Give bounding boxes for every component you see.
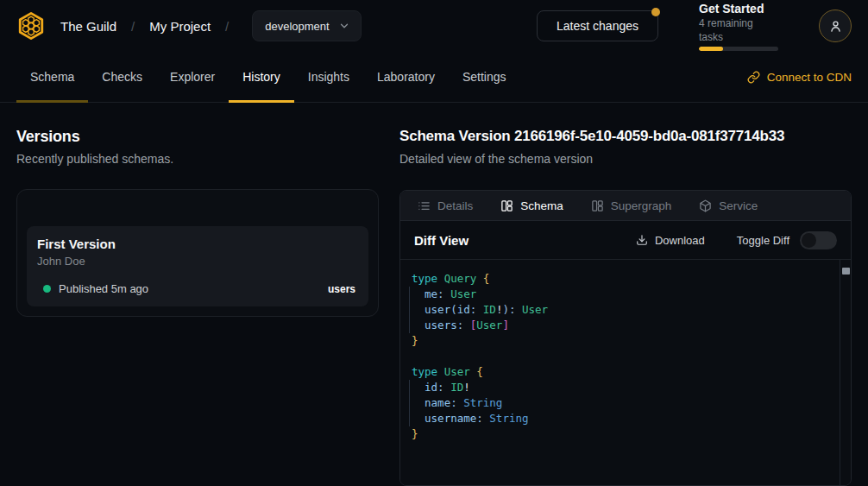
schema-version-title: Schema Version 2166196f-5e10-4059-bd0a-0… [399,126,852,147]
detail-tab-schema[interactable]: Schema [500,199,563,212]
version-status-row: Published 5m ago users [37,282,357,295]
nav-tab-insights[interactable]: Insights [294,52,363,102]
nav-tab-history[interactable]: History [229,52,294,102]
app-root: The Guild / My Project / development Lat… [0,0,868,486]
vertical-scrollbar[interactable] [840,260,851,485]
switch-knob [802,233,816,248]
code-line: type User { [412,364,828,380]
org-name[interactable]: The Guild [60,19,116,34]
main-nav: SchemaChecksExplorerHistoryInsightsLabor… [0,52,868,103]
tab-label: Service [719,199,758,212]
schema-version-subtitle: Detailed view of the schema version [399,150,852,167]
cube-icon [699,199,712,212]
versions-list: First Version John Doe Published 5m ago … [16,189,379,317]
avatar[interactable] [819,9,852,42]
nav-tab-settings[interactable]: Settings [449,52,520,102]
code-block: type Query { me: User user(id: ID!): Use… [400,260,851,453]
project-name[interactable]: My Project [149,19,211,34]
latest-changes-button[interactable]: Latest changes [537,10,658,41]
progress-fill [699,47,723,51]
breadcrumb: The Guild / My Project / development [16,10,362,41]
header-actions: Latest changes Get Started 4 remaining t… [537,2,852,51]
code-line: user(id: ID!): User [412,302,828,318]
service-badge: users [328,283,357,295]
columns-icon [500,199,513,212]
nav-tab-laboratory[interactable]: Laboratory [363,52,449,102]
nav-tab-list: SchemaChecksExplorerHistoryInsightsLabor… [16,52,520,102]
version-detail-panel: Schema Version 2166196f-5e10-4059-bd0a-0… [399,126,852,486]
download-label: Download [655,234,705,247]
get-started-subtitle: 4 remaining tasks [699,16,778,44]
tab-label: Supergraph [611,199,672,212]
diff-actions: Download Toggle Diff [636,231,837,249]
tab-label: Schema [520,199,563,212]
breadcrumb-separator: / [225,19,229,34]
version-author: John Doe [37,254,357,268]
connect-to-cdn-label: Connect to CDN [767,71,852,84]
toggle-diff-switch[interactable] [800,231,837,249]
detail-tab-list: DetailsSchemaSupergraphService [400,191,851,221]
get-started-title: Get Started [699,2,778,16]
detail-tab-details[interactable]: Details [418,199,473,212]
header: The Guild / My Project / development Lat… [0,0,868,52]
versions-title: Versions [16,126,379,147]
download-button[interactable]: Download [636,234,705,247]
scrollbar-thumb[interactable] [842,268,850,275]
code-line: type Query { [412,271,828,287]
versions-panel: Versions Recently published schemas. Fir… [16,126,379,486]
target-selector-value: development [265,20,329,33]
toggle-diff-label: Toggle Diff [737,234,789,247]
code-line: } [412,426,828,442]
user-icon [827,18,844,35]
detail-tab-supergraph[interactable]: Supergraph [591,199,672,212]
version-list-item[interactable]: First Version John Doe Published 5m ago … [27,226,368,306]
link-icon [747,71,760,84]
schema-code-viewer[interactable]: type Query { me: User user(id: ID!): Use… [400,260,851,485]
get-started-widget[interactable]: Get Started 4 remaining tasks [699,2,778,51]
code-line: me: User [412,287,828,302]
connect-to-cdn-link[interactable]: Connect to CDN [747,52,852,102]
code-line: } [412,333,828,349]
breadcrumb-separator: / [131,19,135,34]
latest-changes-label: Latest changes [557,19,638,33]
nav-tab-checks[interactable]: Checks [88,52,156,102]
code-line [412,349,828,364]
code-line: id: ID! [412,380,828,395]
diff-view-header: Diff View Download Toggle Diff [400,221,851,260]
columns-icon [591,199,604,212]
published-status-dot [43,285,51,293]
versions-subtitle: Recently published schemas. [16,150,379,167]
code-line: name: String [412,395,828,411]
progress-bar [699,47,778,51]
notification-dot [651,8,660,16]
nav-tab-explorer[interactable]: Explorer [156,52,229,102]
code-line: users: [User] [412,318,828,333]
list-icon [418,199,431,212]
main-content: Versions Recently published schemas. Fir… [0,103,868,486]
hive-logo-icon[interactable] [16,11,46,41]
download-icon [636,234,648,246]
tab-label: Details [437,199,473,212]
diff-view-title: Diff View [414,233,469,248]
chevron-down-icon [338,20,350,32]
nav-tab-schema[interactable]: Schema [16,52,88,102]
detail-tab-service[interactable]: Service [699,199,758,212]
target-selector[interactable]: development [252,10,361,41]
schema-detail-card: DetailsSchemaSupergraphService Diff View… [399,190,852,486]
version-status: Published 5m ago [59,282,148,295]
code-line: username: String [412,411,828,426]
version-name: First Version [37,236,357,252]
